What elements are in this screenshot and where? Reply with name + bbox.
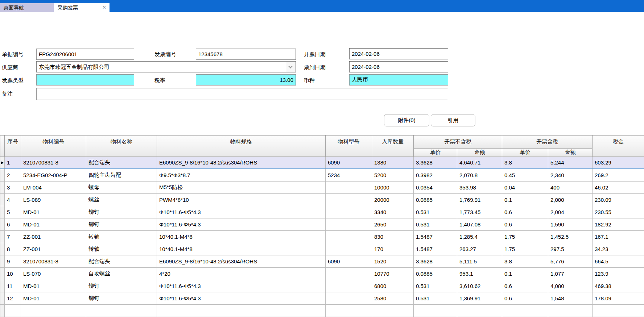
- table-row[interactable]: 25234-EG02-004-P四轮主齿齿配Φ9.5*Φ3*8.75234520…: [0, 169, 644, 181]
- table-cell[interactable]: 0.531: [414, 280, 457, 292]
- table-cell[interactable]: 46.02: [593, 181, 644, 193]
- table-cell[interactable]: Φ10*11.6-Φ5*4.3: [157, 292, 326, 304]
- table-cell[interactable]: [326, 206, 372, 218]
- col-qty[interactable]: 入库数量: [372, 135, 414, 157]
- row-selector[interactable]: [0, 267, 5, 280]
- row-selector[interactable]: [0, 169, 5, 181]
- table-cell[interactable]: MD-01: [21, 206, 86, 218]
- table-cell[interactable]: 0.531: [414, 292, 457, 304]
- table-cell[interactable]: 2,340: [548, 169, 593, 181]
- table-cell[interactable]: [157, 304, 326, 317]
- table-cell[interactable]: 3.3628: [414, 255, 457, 267]
- table-cell[interactable]: MD-01: [21, 218, 86, 230]
- tab-desktop-navigation[interactable]: 桌面导航: [0, 3, 54, 12]
- table-cell[interactable]: 四轮主齿齿配: [86, 169, 157, 181]
- table-cell[interactable]: MD-01: [21, 292, 86, 304]
- table-cell[interactable]: [548, 304, 593, 317]
- row-selector[interactable]: [0, 181, 5, 193]
- col-incl-amount[interactable]: 金额: [548, 148, 593, 157]
- table-cell[interactable]: [502, 304, 548, 317]
- table-cell[interactable]: LS-089: [21, 193, 86, 206]
- table-cell[interactable]: 1,369.91: [457, 292, 502, 304]
- table-cell[interactable]: 269.2: [593, 169, 644, 181]
- table-cell[interactable]: 1,077: [548, 267, 593, 280]
- table-cell[interactable]: 167.1: [593, 230, 644, 243]
- table-row[interactable]: ▶13210700831-8配合端头E6090ZS_9-8/16*10-48.2…: [0, 157, 644, 169]
- table-cell[interactable]: 7: [5, 230, 21, 243]
- table-cell[interactable]: LS-070: [21, 267, 86, 280]
- invoice-type-input[interactable]: [36, 74, 134, 85]
- row-selector[interactable]: [0, 243, 5, 255]
- table-cell[interactable]: 830: [372, 230, 414, 243]
- table-cell[interactable]: 3: [5, 181, 21, 193]
- row-selector[interactable]: [0, 230, 5, 243]
- table-cell[interactable]: [326, 218, 372, 230]
- table-row[interactable]: [0, 304, 644, 317]
- table-cell[interactable]: 0.1: [502, 193, 548, 206]
- table-row[interactable]: 8ZZ-001转轴10*40.1-M4*81701.5487263.271.75…: [0, 243, 644, 255]
- close-icon[interactable]: ✕: [102, 3, 106, 12]
- table-cell[interactable]: [326, 267, 372, 280]
- table-cell[interactable]: 10*40.1-M4*8: [157, 230, 326, 243]
- table-cell[interactable]: 1,769.91: [457, 193, 502, 206]
- col-seq[interactable]: 序号: [5, 135, 21, 157]
- table-cell[interactable]: 5,244: [548, 157, 593, 169]
- table-cell[interactable]: [372, 304, 414, 317]
- table-cell[interactable]: 1,407.08: [457, 218, 502, 230]
- table-cell[interactable]: 12: [5, 292, 21, 304]
- table-cell[interactable]: 0.6: [502, 218, 548, 230]
- table-cell[interactable]: 8: [5, 243, 21, 255]
- row-selector[interactable]: [0, 218, 5, 230]
- table-cell[interactable]: 0.04: [502, 181, 548, 193]
- table-cell[interactable]: 0.6: [502, 292, 548, 304]
- row-selector[interactable]: [0, 304, 5, 317]
- table-cell[interactable]: 123.9: [593, 267, 644, 280]
- table-cell[interactable]: 5200: [372, 169, 414, 181]
- table-cell[interactable]: 1520: [372, 255, 414, 267]
- invoice-no-input[interactable]: [196, 49, 296, 60]
- row-selector[interactable]: [0, 292, 5, 304]
- row-selector[interactable]: [0, 255, 5, 267]
- table-cell[interactable]: 20000: [372, 193, 414, 206]
- row-selector[interactable]: [0, 280, 5, 292]
- table-cell[interactable]: [457, 304, 502, 317]
- table-cell[interactable]: 400: [548, 181, 593, 193]
- table-cell[interactable]: Φ10*11.6-Φ5*4.3: [157, 218, 326, 230]
- table-cell[interactable]: 353.98: [457, 181, 502, 193]
- table-cell[interactable]: 1,773.45: [457, 206, 502, 218]
- table-cell[interactable]: 3210700831-8: [21, 157, 86, 169]
- table-cell[interactable]: 3.8: [502, 255, 548, 267]
- table-row[interactable]: 11MD-01铆钉Φ10*11.6-Φ5*4.368000.5313,610.6…: [0, 280, 644, 292]
- table-cell[interactable]: 6090: [326, 157, 372, 169]
- table-cell[interactable]: Φ10*11.6-Φ5*4.3: [157, 206, 326, 218]
- table-cell[interactable]: M5*5防松: [157, 181, 326, 193]
- table-cell[interactable]: 10*40.1-M4*8: [157, 243, 326, 255]
- col-group-incl-tax[interactable]: 开票含税: [502, 135, 593, 148]
- col-tax[interactable]: 税金: [593, 135, 644, 157]
- remarks-input[interactable]: [36, 88, 448, 100]
- table-cell[interactable]: 9: [5, 255, 21, 267]
- table-cell[interactable]: E6090ZS_9-8/16*10-48.2/sus304/ROHS: [157, 157, 326, 169]
- table-cell[interactable]: 6090: [326, 255, 372, 267]
- table-cell[interactable]: 3.8: [502, 157, 548, 169]
- reference-button[interactable]: 引用: [431, 114, 475, 126]
- tab-purchase-invoice[interactable]: 采购发票 ✕: [54, 3, 110, 12]
- table-cell[interactable]: 转轴: [86, 243, 157, 255]
- table-row[interactable]: 6MD-01铆钉Φ10*11.6-Φ5*4.326500.5311,407.08…: [0, 218, 644, 230]
- table-cell[interactable]: 1,452.5: [548, 230, 593, 243]
- table-cell[interactable]: 4: [5, 193, 21, 206]
- table-cell[interactable]: 铆钉: [86, 218, 157, 230]
- table-cell[interactable]: 螺丝: [86, 193, 157, 206]
- table-row[interactable]: 10LS-070自攻螺丝4*20107700.0885953.10.11,077…: [0, 267, 644, 280]
- table-cell[interactable]: 1.75: [502, 230, 548, 243]
- table-cell[interactable]: 3.3628: [414, 157, 457, 169]
- table-cell[interactable]: E6090ZS_9-8/16*10-48.2/sus304/ROHS: [157, 255, 326, 267]
- table-cell[interactable]: 230.55: [593, 206, 644, 218]
- table-cell[interactable]: 0.3982: [414, 169, 457, 181]
- row-selector[interactable]: [0, 193, 5, 206]
- table-cell[interactable]: 自攻螺丝: [86, 267, 157, 280]
- table-cell[interactable]: [326, 230, 372, 243]
- table-row[interactable]: 12MD-01铆钉Φ10*11.6-Φ5*4.325800.5311,369.9…: [0, 292, 644, 304]
- dropdown-button[interactable]: [286, 62, 295, 72]
- table-cell[interactable]: 603.29: [593, 157, 644, 169]
